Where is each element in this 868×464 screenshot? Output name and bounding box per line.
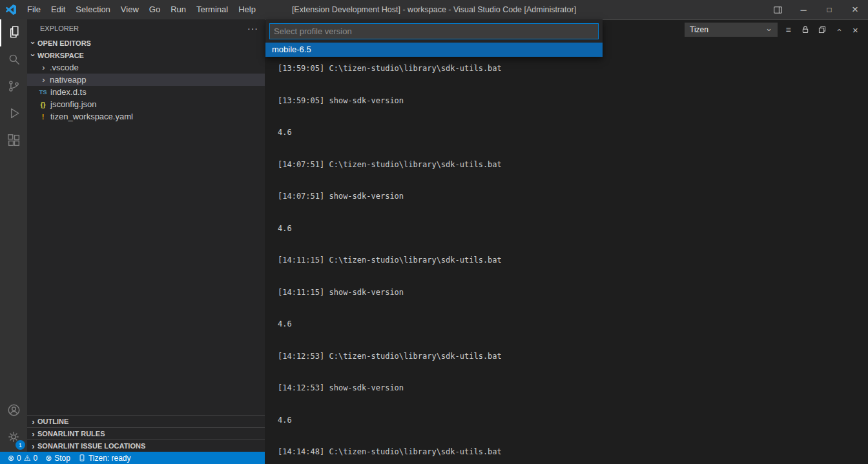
menu-bar: File Edit Selection View Go Run Terminal… bbox=[22, 0, 261, 19]
file-label: tizen_workspace.yaml bbox=[50, 112, 133, 121]
menu-view[interactable]: View bbox=[116, 0, 144, 19]
output-line: 4.6 bbox=[278, 319, 868, 330]
close-panel-icon[interactable]: × bbox=[849, 24, 862, 36]
maximize-panel-icon[interactable]: › bbox=[832, 24, 845, 36]
activity-bar: 1 bbox=[0, 19, 27, 452]
quick-input-field[interactable] bbox=[269, 23, 599, 39]
activity-explorer[interactable] bbox=[0, 19, 27, 46]
output-channel-select[interactable]: Tizen › bbox=[685, 23, 778, 37]
output-line: [14:14:48] C:\tizen-studio\library\sdk-u… bbox=[278, 447, 868, 458]
section-label: OUTLINE bbox=[37, 418, 68, 425]
run-debug-icon bbox=[6, 106, 21, 123]
tree-item-tizen-workspace-yaml[interactable]: ! tizen_workspace.yaml bbox=[27, 110, 265, 123]
output-line: [14:07:51] C:\tizen-studio\library\sdk-u… bbox=[278, 159, 868, 170]
clear-output-icon[interactable]: ≡ bbox=[782, 24, 794, 36]
device-icon bbox=[78, 454, 86, 462]
section-outline[interactable]: › OUTLINE bbox=[27, 415, 265, 427]
vscode-logo-icon bbox=[0, 5, 22, 15]
errors-icon: ⊗ bbox=[8, 454, 14, 462]
section-workspace[interactable]: › WORKSPACE bbox=[27, 49, 265, 61]
settings-button[interactable]: 1 bbox=[0, 425, 27, 452]
section-sonarlint-rules[interactable]: › SONARLINT RULES bbox=[27, 427, 265, 439]
sidebar-spacer bbox=[27, 123, 265, 415]
activity-search[interactable] bbox=[0, 46, 27, 74]
problems-status[interactable]: ⊗ 0 ⚠ 0 bbox=[4, 452, 41, 464]
source-control-icon bbox=[6, 79, 21, 96]
chevron-right-icon: › bbox=[39, 75, 48, 85]
main-area: 1 EXPLORER ··· › OPEN EDITORS › WORKSPAC… bbox=[0, 19, 868, 452]
section-sonarlint-issue-locations[interactable]: › SONARLINT ISSUE LOCATIONS bbox=[27, 439, 265, 452]
search-icon bbox=[6, 52, 21, 69]
stop-icon: ⊗ bbox=[45, 454, 52, 462]
file-label: jsconfig.json bbox=[50, 99, 97, 109]
lock-icon[interactable] bbox=[799, 24, 811, 36]
section-label: WORKSPACE bbox=[37, 52, 84, 59]
files-icon bbox=[7, 25, 22, 42]
yaml-file-icon: ! bbox=[37, 113, 48, 121]
activity-bar-bottom: 1 bbox=[0, 398, 27, 452]
panel-actions: Tizen › ≡ › × bbox=[685, 23, 862, 37]
chevron-right-icon: › bbox=[39, 63, 48, 72]
chevron-down-icon: › bbox=[765, 26, 774, 34]
section-open-editors[interactable]: › OPEN EDITORS bbox=[27, 37, 265, 49]
section-label: SONARLINT ISSUE LOCATIONS bbox=[37, 442, 145, 450]
more-actions-icon[interactable]: ··· bbox=[247, 23, 258, 34]
chevron-down-icon: › bbox=[28, 51, 38, 59]
editor-region: PROBLEMS OUTPUT DEBUG CONSOLE TERMINAL T… bbox=[265, 19, 868, 452]
chevron-right-icon: › bbox=[29, 441, 37, 451]
activity-source-control[interactable] bbox=[0, 74, 27, 101]
settings-badge: 1 bbox=[16, 440, 25, 450]
errors-count: 0 bbox=[17, 454, 21, 463]
tizen-status[interactable]: Tizen: ready bbox=[74, 452, 135, 464]
output-line: [14:11:15] show-sdk-version bbox=[278, 287, 868, 298]
extensions-icon bbox=[6, 133, 21, 150]
warnings-icon: ⚠ bbox=[24, 454, 31, 462]
output-line: [13:59:05] show-sdk-version bbox=[278, 96, 868, 106]
tree-item-index-dts[interactable]: TS index.d.ts bbox=[27, 86, 265, 98]
menu-run[interactable]: Run bbox=[165, 0, 191, 19]
menu-go[interactable]: Go bbox=[144, 0, 165, 19]
explorer-sidebar: EXPLORER ··· › OPEN EDITORS › WORKSPACE … bbox=[27, 19, 265, 452]
close-icon: × bbox=[852, 3, 858, 16]
accounts-button[interactable] bbox=[0, 398, 27, 425]
output-line: [14:11:15] C:\tizen-studio\library\sdk-u… bbox=[278, 255, 868, 266]
section-label: SONARLINT RULES bbox=[37, 430, 105, 438]
stop-button[interactable]: ⊗ Stop bbox=[41, 452, 74, 464]
activity-extensions[interactable] bbox=[0, 128, 27, 155]
tree-item-nativeapp[interactable]: › nativeapp bbox=[27, 74, 265, 86]
output-line: 4.6 bbox=[278, 127, 868, 138]
folder-label: .vscode bbox=[50, 63, 79, 72]
output-line: [14:12:53] C:\tizen-studio\library\sdk-u… bbox=[278, 351, 868, 362]
minimize-button[interactable]: ─ bbox=[790, 0, 816, 19]
output-line: 4.6 bbox=[278, 415, 868, 426]
tree-item-jsconfig-json[interactable]: {} jsconfig.json bbox=[27, 98, 265, 110]
maximize-button[interactable]: □ bbox=[816, 0, 842, 19]
output-line: [14:07:51] show-sdk-version bbox=[278, 191, 868, 202]
chevron-right-icon: › bbox=[29, 417, 37, 427]
customize-layout-icon[interactable] bbox=[765, 0, 790, 19]
chevron-down-icon: › bbox=[28, 39, 38, 47]
menu-selection[interactable]: Selection bbox=[70, 0, 115, 19]
open-in-editor-icon[interactable] bbox=[816, 24, 828, 36]
vscode-window: File Edit Selection View Go Run Terminal… bbox=[0, 0, 868, 464]
quick-input-widget: mobile-6.5 bbox=[265, 19, 603, 57]
output-console[interactable]: [13:59:05] C:\tizen-studio\library\sdk-u… bbox=[265, 39, 868, 464]
account-icon bbox=[6, 403, 21, 420]
output-line: 4.6 bbox=[278, 223, 868, 234]
activity-run-debug[interactable] bbox=[0, 101, 27, 128]
bottom-panel: PROBLEMS OUTPUT DEBUG CONSOLE TERMINAL T… bbox=[265, 19, 868, 464]
tizen-label: Tizen: ready bbox=[88, 454, 131, 463]
section-label: OPEN EDITORS bbox=[37, 39, 91, 47]
typescript-file-icon: TS bbox=[37, 88, 48, 96]
menu-edit[interactable]: Edit bbox=[46, 0, 70, 19]
channel-select-value: Tizen bbox=[690, 25, 708, 34]
minimize-icon: ─ bbox=[800, 5, 806, 15]
sidebar-header: EXPLORER ··· bbox=[27, 19, 265, 37]
menu-help[interactable]: Help bbox=[233, 0, 261, 19]
menu-file[interactable]: File bbox=[22, 0, 46, 19]
tree-item-vscode[interactable]: › .vscode bbox=[27, 61, 265, 74]
close-button[interactable]: × bbox=[842, 0, 868, 19]
json-file-icon: {} bbox=[37, 101, 48, 108]
quick-input-item[interactable]: mobile-6.5 bbox=[265, 43, 603, 57]
menu-terminal[interactable]: Terminal bbox=[191, 0, 233, 19]
